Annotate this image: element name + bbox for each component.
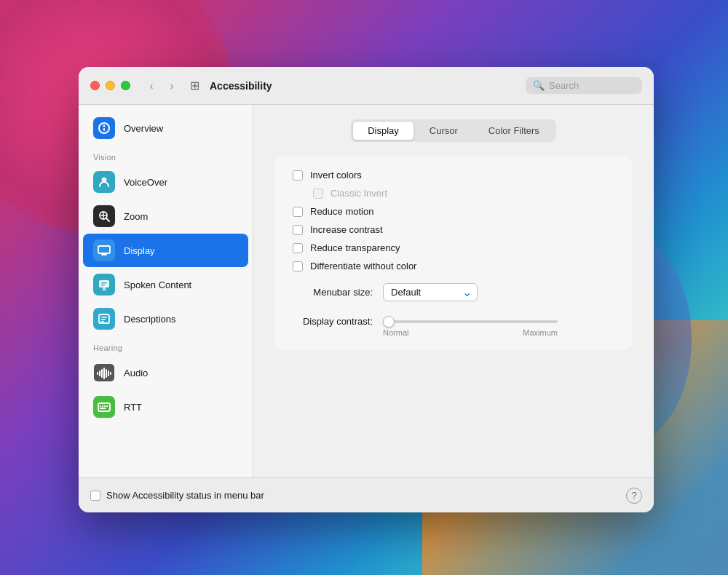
- invert-colors-label: Invert colors: [310, 170, 362, 181]
- descriptions-icon: [93, 308, 115, 330]
- detail-panel: Display Cursor Color Filters Invert colo…: [253, 105, 654, 477]
- sidebar-item-overview[interactable]: Overview: [83, 111, 248, 145]
- contrast-min-label: Normal: [383, 328, 408, 337]
- sidebar-item-display[interactable]: Display: [83, 234, 248, 267]
- back-button[interactable]: ‹: [143, 78, 159, 94]
- traffic-lights: [90, 81, 130, 90]
- sidebar-item-audio[interactable]: Audio: [83, 356, 248, 389]
- menubar-size-label: Menubar size:: [293, 287, 373, 298]
- vision-section-label: Vision: [79, 146, 253, 164]
- sidebar-item-descriptions[interactable]: Descriptions: [83, 302, 248, 336]
- classic-invert-checkbox: [313, 189, 323, 199]
- search-icon: 🔍: [533, 80, 545, 91]
- main-content: Overview Vision VoiceOver: [79, 105, 654, 477]
- bottombar: Show Accessibility status in menu bar ?: [79, 477, 654, 512]
- contrast-tick-labels: Normal Maximum: [383, 328, 558, 337]
- sidebar-item-label: VoiceOver: [124, 177, 167, 188]
- reduce-motion-checkbox[interactable]: [293, 207, 303, 217]
- accessibility-status-label: Show Accessibility status in menu bar: [106, 490, 264, 501]
- invert-colors-checkbox[interactable]: [293, 170, 303, 181]
- svg-line-5: [106, 218, 109, 221]
- svg-rect-2: [103, 128, 105, 131]
- option-row-invert-colors: Invert colors: [293, 170, 614, 181]
- sidebar-item-zoom[interactable]: Zoom: [83, 199, 248, 233]
- grid-icon[interactable]: ⊞: [190, 79, 199, 92]
- svg-rect-8: [98, 246, 110, 253]
- accessibility-status-checkbox[interactable]: [90, 491, 100, 501]
- minimize-button[interactable]: [106, 81, 115, 90]
- voiceover-icon: [93, 171, 115, 193]
- audio-icon: [93, 362, 115, 384]
- contrast-slider-row: Display contrast:: [293, 316, 614, 327]
- sidebar-item-label: RTT: [124, 402, 142, 413]
- search-box[interactable]: 🔍: [526, 77, 642, 94]
- tab-color-filters[interactable]: Color Filters: [473, 121, 555, 140]
- option-row-increase-contrast: Increase contrast: [293, 224, 614, 235]
- sidebar-item-label: Spoken Content: [124, 279, 191, 290]
- spoken-content-icon: [93, 274, 115, 296]
- tab-group: Display Cursor Color Filters: [351, 119, 556, 142]
- svg-point-1: [103, 125, 106, 127]
- contrast-slider-section: Display contrast: Normal Maximum: [293, 316, 614, 337]
- tab-cursor[interactable]: Cursor: [414, 121, 473, 140]
- svg-rect-12: [101, 282, 107, 284]
- sidebar-item-label: Display: [124, 245, 155, 256]
- svg-rect-28: [102, 405, 103, 407]
- svg-rect-13: [101, 285, 105, 286]
- sidebar-item-label: Descriptions: [124, 314, 176, 325]
- menubar-size-select[interactable]: Default Large: [383, 283, 478, 301]
- main-window: ‹ › ⊞ Accessibility 🔍 Overview: [79, 67, 654, 512]
- hearing-section-label: Hearing: [79, 336, 253, 355]
- titlebar: ‹ › ⊞ Accessibility 🔍: [79, 67, 654, 105]
- forward-button[interactable]: ›: [164, 78, 180, 94]
- differentiate-checkbox[interactable]: [293, 261, 303, 271]
- menubar-size-select-wrapper: Default Large ⌄: [383, 283, 478, 301]
- help-button[interactable]: ?: [626, 488, 642, 504]
- svg-rect-15: [101, 317, 107, 318]
- sidebar-item-spoken-content[interactable]: Spoken Content: [83, 268, 248, 301]
- option-row-differentiate: Differentiate without color: [293, 261, 614, 271]
- contrast-max-label: Maximum: [523, 328, 558, 337]
- options-area: Invert colors Classic Invert Reduce moti…: [275, 156, 632, 350]
- contrast-slider-label: Display contrast:: [293, 316, 373, 327]
- reduce-transparency-checkbox[interactable]: [293, 243, 303, 253]
- sidebar-item-label: Audio: [124, 368, 148, 378]
- svg-rect-31: [100, 408, 106, 409]
- option-row-classic-invert: Classic Invert: [293, 188, 614, 199]
- reduce-motion-label: Reduce motion: [310, 206, 373, 217]
- menubar-size-row: Menubar size: Default Large ⌄: [293, 283, 614, 301]
- option-row-reduce-transparency: Reduce transparency: [293, 242, 614, 253]
- overview-icon: [93, 117, 115, 139]
- svg-rect-29: [104, 405, 106, 407]
- nav-arrows: ‹ ›: [143, 78, 180, 94]
- sidebar: Overview Vision VoiceOver: [79, 105, 253, 477]
- increase-contrast-label: Increase contrast: [310, 224, 383, 235]
- close-button[interactable]: [90, 81, 100, 90]
- search-input[interactable]: [549, 80, 635, 91]
- svg-rect-16: [101, 319, 106, 320]
- zoom-icon: [93, 205, 115, 227]
- display-icon: [93, 239, 115, 261]
- contrast-slider[interactable]: [383, 320, 558, 323]
- window-title: Accessibility: [210, 80, 272, 92]
- sidebar-item-label: Overview: [124, 123, 163, 134]
- option-row-reduce-motion: Reduce motion: [293, 206, 614, 217]
- svg-rect-27: [100, 405, 101, 407]
- svg-rect-26: [98, 403, 110, 411]
- maximize-button[interactable]: [121, 81, 130, 90]
- svg-rect-30: [106, 405, 108, 407]
- classic-invert-label: Classic Invert: [331, 188, 387, 199]
- tab-display[interactable]: Display: [352, 121, 414, 140]
- increase-contrast-checkbox[interactable]: [293, 225, 303, 235]
- reduce-transparency-label: Reduce transparency: [310, 242, 400, 253]
- sidebar-item-rtt[interactable]: RTT: [83, 390, 248, 424]
- sidebar-item-label: Zoom: [124, 211, 148, 222]
- differentiate-label: Differentiate without color: [310, 261, 416, 271]
- svg-rect-17: [101, 321, 104, 322]
- svg-rect-11: [99, 280, 109, 288]
- rtt-icon: [93, 396, 115, 418]
- sidebar-item-voiceover[interactable]: VoiceOver: [83, 165, 248, 199]
